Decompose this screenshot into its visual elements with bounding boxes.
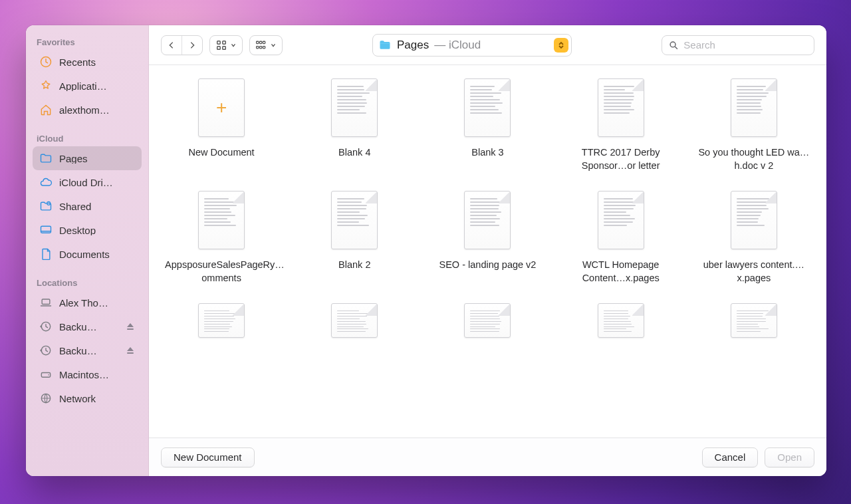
svg-rect-19 (263, 41, 265, 43)
new-document-tile[interactable]: +New Document (165, 78, 278, 172)
timemachine-icon (39, 344, 53, 357)
file-item[interactable]: AppsposureSalesPageRy…omments (165, 191, 278, 285)
document-thumbnail (464, 191, 511, 249)
sidebar-section-label: iCloud (33, 130, 142, 146)
eject-icon[interactable] (126, 346, 135, 355)
file-item[interactable] (165, 303, 278, 347)
sidebar-item-label: Desktop (59, 225, 135, 235)
svg-rect-3 (41, 226, 51, 233)
file-grid: +New DocumentBlank 4Blank 3TTRC 2017 Der… (165, 78, 810, 347)
document-thumbnail (464, 303, 511, 338)
path-location: — iCloud (434, 39, 481, 52)
file-item[interactable] (697, 303, 810, 347)
sidebar-item-label: iCloud Dri… (59, 178, 135, 188)
file-name: Blank 4 (338, 146, 370, 160)
svg-rect-13 (217, 41, 221, 43)
file-item[interactable]: So you thought LED wa…h.doc v 2 (697, 78, 810, 172)
doc-icon (39, 247, 53, 261)
sidebar-item-macintos[interactable]: Macintos… (33, 362, 142, 386)
group-button[interactable] (250, 36, 282, 55)
globe-icon (39, 392, 53, 405)
sidebar-item-alextho[interactable]: Alex Tho… (33, 291, 142, 315)
svg-rect-16 (223, 46, 226, 49)
file-item[interactable]: TTRC 2017 Derby Sponsor…or letter (564, 78, 677, 172)
file-browser: +New DocumentBlank 4Blank 3TTRC 2017 Der… (149, 65, 826, 438)
file-item[interactable] (431, 303, 544, 347)
file-name: SEO - landing page v2 (439, 259, 537, 272)
sidebar-section-label: Locations (33, 274, 142, 291)
path-folder-name: Pages (397, 39, 429, 52)
sidebar-item-shared[interactable]: Shared (33, 194, 142, 218)
clock-icon (39, 55, 53, 68)
sidebar-item-label: Applicati… (59, 81, 135, 91)
sidebar-item-label: Backu… (59, 346, 119, 356)
file-item[interactable]: Blank 4 (298, 78, 411, 172)
toolbar: Pages — iCloud (149, 25, 826, 65)
svg-rect-5 (42, 299, 50, 305)
nav-back-forward (161, 35, 203, 55)
svg-point-23 (670, 42, 675, 47)
sidebar-item-documents[interactable]: Documents (33, 242, 142, 266)
sidebar-item-alexthom[interactable]: alexthom… (33, 98, 142, 122)
sidebar-item-label: Backu… (59, 322, 119, 332)
sidebar-item-backu[interactable]: Backu… (33, 338, 142, 362)
view-icons-button[interactable] (210, 36, 242, 55)
file-item[interactable]: uber lawyers content.…x.pages (697, 191, 810, 285)
path-selector-icon (554, 38, 568, 53)
sidebar-item-label: Network (59, 394, 135, 404)
sidebar: FavoritesRecentsApplicati…alexthom…iClou… (26, 25, 149, 476)
back-button[interactable] (162, 36, 182, 55)
plus-icon: + (198, 78, 245, 137)
file-item[interactable]: WCTL Homepage Content…x.pages (564, 191, 677, 285)
file-name: So you thought LED wa…h.doc v 2 (697, 146, 810, 172)
document-thumbnail (731, 191, 777, 249)
open-button[interactable]: Open (765, 447, 814, 467)
sidebar-item-pages[interactable]: Pages (33, 146, 142, 170)
file-item[interactable]: SEO - landing page v2 (431, 191, 544, 285)
document-thumbnail (598, 78, 644, 137)
forward-button[interactable] (182, 36, 202, 55)
sidebar-item-label: Recents (59, 57, 135, 67)
svg-rect-14 (223, 41, 226, 43)
svg-rect-15 (217, 46, 221, 49)
search-field[interactable] (662, 35, 814, 55)
document-thumbnail (198, 191, 245, 249)
svg-rect-9 (127, 352, 134, 354)
folder-icon (378, 39, 392, 52)
folder-icon (39, 152, 53, 165)
eject-icon[interactable] (126, 322, 135, 331)
svg-rect-22 (263, 46, 265, 48)
file-name: AppsposureSalesPageRy…omments (165, 259, 278, 285)
sidebar-item-network[interactable]: Network (33, 386, 142, 410)
file-name: Blank 3 (471, 146, 503, 160)
file-item[interactable]: Blank 2 (298, 191, 411, 285)
shared-icon (39, 199, 53, 213)
sidebar-item-recents[interactable]: Recents (33, 50, 142, 74)
sidebar-item-applicati[interactable]: Applicati… (33, 74, 142, 98)
svg-rect-7 (127, 328, 134, 330)
sidebar-item-backu[interactable]: Backu… (33, 315, 142, 338)
file-name: TTRC 2017 Derby Sponsor…or letter (564, 146, 677, 172)
file-item[interactable]: Blank 3 (431, 78, 544, 172)
path-control[interactable]: Pages — iCloud (372, 34, 572, 57)
file-name: Blank 2 (338, 259, 370, 272)
new-document-button[interactable]: New Document (161, 447, 255, 467)
document-thumbnail (598, 191, 644, 249)
sidebar-item-desktop[interactable]: Desktop (33, 218, 142, 242)
sidebar-item-label: Pages (59, 154, 135, 164)
search-icon (669, 40, 678, 51)
group-switcher (249, 35, 283, 55)
document-thumbnail (331, 78, 378, 137)
cancel-button[interactable]: Cancel (702, 447, 759, 467)
file-item[interactable] (564, 303, 677, 347)
laptop-icon (39, 296, 53, 309)
sidebar-item-iclouddri[interactable]: iCloud Dri… (33, 170, 142, 194)
desktop-icon (39, 223, 53, 237)
sidebar-item-label: Documents (59, 249, 135, 259)
view-switcher-icons (209, 35, 243, 55)
file-item[interactable] (298, 303, 411, 347)
hdd-icon (39, 368, 53, 381)
file-name: New Document (189, 146, 255, 160)
document-thumbnail (331, 303, 378, 338)
search-input[interactable] (683, 39, 807, 51)
